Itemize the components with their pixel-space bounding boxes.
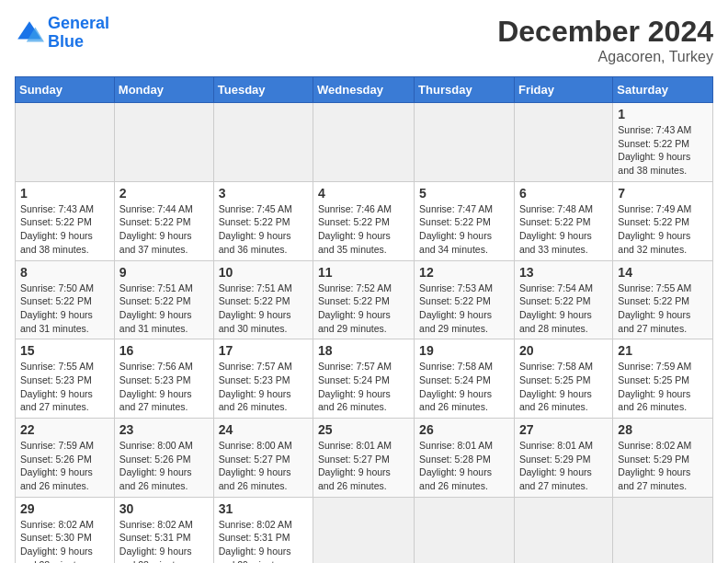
day-number: 14	[618, 265, 708, 280]
logo-icon	[15, 18, 44, 48]
calendar-cell: 3Sunrise: 7:45 AMSunset: 5:22 PMDaylight…	[213, 181, 313, 260]
header-friday: Friday	[514, 77, 612, 103]
day-number: 27	[519, 422, 608, 437]
logo-text: General Blue	[48, 15, 109, 52]
day-number: 10	[219, 265, 308, 280]
calendar-cell	[313, 103, 415, 182]
calendar-week-row: 29Sunrise: 8:02 AMSunset: 5:30 PMDayligh…	[16, 497, 713, 563]
day-number: 28	[618, 422, 708, 437]
calendar-cell	[415, 497, 515, 563]
header-sunday: Sunday	[16, 77, 115, 103]
calendar-cell: 9Sunrise: 7:51 AMSunset: 5:22 PMDaylight…	[114, 260, 213, 339]
day-info: Sunrise: 8:01 AMSunset: 5:28 PMDaylight:…	[419, 439, 509, 493]
calendar-cell: 13Sunrise: 7:54 AMSunset: 5:22 PMDayligh…	[514, 260, 612, 339]
calendar-week-row: 22Sunrise: 7:59 AMSunset: 5:26 PMDayligh…	[16, 419, 713, 498]
calendar-cell: 19Sunrise: 7:58 AMSunset: 5:24 PMDayligh…	[415, 339, 515, 419]
day-info: Sunrise: 7:43 AMSunset: 5:22 PMDaylight:…	[618, 123, 708, 178]
day-number: 29	[20, 501, 109, 516]
calendar-cell: 4Sunrise: 7:46 AMSunset: 5:22 PMDaylight…	[313, 181, 415, 260]
main-title: December 2024	[497, 15, 713, 49]
calendar-cell: 1Sunrise: 7:43 AMSunset: 5:22 PMDaylight…	[613, 103, 713, 182]
calendar-cell	[613, 497, 713, 563]
day-number: 18	[318, 343, 409, 358]
calendar-cell: 1Sunrise: 7:43 AMSunset: 5:22 PMDaylight…	[16, 181, 115, 260]
day-number: 30	[119, 501, 209, 516]
calendar-cell: 10Sunrise: 7:51 AMSunset: 5:22 PMDayligh…	[213, 260, 313, 339]
calendar-cell: 11Sunrise: 7:52 AMSunset: 5:22 PMDayligh…	[313, 260, 415, 339]
day-number: 25	[318, 422, 409, 437]
calendar-cell: 27Sunrise: 8:01 AMSunset: 5:29 PMDayligh…	[514, 419, 612, 498]
calendar-cell: 17Sunrise: 7:57 AMSunset: 5:23 PMDayligh…	[213, 339, 313, 419]
day-info: Sunrise: 8:02 AMSunset: 5:30 PMDaylight:…	[20, 518, 109, 563]
day-info: Sunrise: 7:46 AMSunset: 5:22 PMDaylight:…	[318, 202, 409, 257]
day-info: Sunrise: 7:48 AMSunset: 5:22 PMDaylight:…	[519, 202, 608, 257]
calendar-cell: 30Sunrise: 8:02 AMSunset: 5:31 PMDayligh…	[114, 497, 213, 563]
calendar-cell: 29Sunrise: 8:02 AMSunset: 5:30 PMDayligh…	[16, 497, 115, 563]
calendar-cell: 31Sunrise: 8:02 AMSunset: 5:31 PMDayligh…	[213, 497, 313, 563]
day-info: Sunrise: 8:01 AMSunset: 5:29 PMDaylight:…	[519, 439, 608, 493]
day-info: Sunrise: 8:02 AMSunset: 5:31 PMDaylight:…	[119, 518, 209, 563]
day-number: 15	[20, 343, 109, 358]
calendar-cell	[313, 497, 415, 563]
day-number: 13	[519, 265, 608, 280]
day-number: 1	[20, 186, 109, 201]
calendar-header-row: SundayMondayTuesdayWednesdayThursdayFrid…	[16, 77, 713, 103]
calendar-cell: 24Sunrise: 8:00 AMSunset: 5:27 PMDayligh…	[213, 419, 313, 498]
day-number: 9	[119, 265, 209, 280]
day-info: Sunrise: 7:55 AMSunset: 5:23 PMDaylight:…	[20, 360, 109, 414]
calendar-cell: 22Sunrise: 7:59 AMSunset: 5:26 PMDayligh…	[16, 419, 115, 498]
day-number: 20	[519, 343, 608, 358]
calendar-cell: 8Sunrise: 7:50 AMSunset: 5:22 PMDaylight…	[16, 260, 115, 339]
page-header: General Blue December 2024 Agacoren, Tur…	[15, 15, 713, 65]
day-info: Sunrise: 8:02 AMSunset: 5:31 PMDaylight:…	[219, 518, 308, 563]
day-info: Sunrise: 7:50 AMSunset: 5:22 PMDaylight:…	[20, 282, 109, 336]
day-number: 1	[618, 107, 708, 121]
header-tuesday: Tuesday	[213, 77, 313, 103]
logo-line1: General	[48, 14, 109, 32]
calendar-cell: 7Sunrise: 7:49 AMSunset: 5:22 PMDaylight…	[613, 181, 713, 260]
calendar-cell: 16Sunrise: 7:56 AMSunset: 5:23 PMDayligh…	[114, 339, 213, 419]
day-number: 17	[219, 343, 308, 358]
calendar-table: SundayMondayTuesdayWednesdayThursdayFrid…	[15, 76, 713, 563]
day-number: 23	[119, 422, 209, 437]
subtitle: Agacoren, Turkey	[497, 49, 713, 65]
day-number: 4	[318, 186, 409, 201]
day-info: Sunrise: 7:56 AMSunset: 5:23 PMDaylight:…	[119, 360, 209, 414]
day-number: 24	[219, 422, 308, 437]
day-number: 22	[20, 422, 109, 437]
day-info: Sunrise: 7:59 AMSunset: 5:26 PMDaylight:…	[20, 439, 109, 493]
day-number: 11	[318, 265, 409, 280]
calendar-cell: 28Sunrise: 8:02 AMSunset: 5:29 PMDayligh…	[613, 419, 713, 498]
day-number: 6	[519, 186, 608, 201]
calendar-cell: 15Sunrise: 7:55 AMSunset: 5:23 PMDayligh…	[16, 339, 115, 419]
logo: General Blue	[15, 15, 109, 52]
day-info: Sunrise: 8:02 AMSunset: 5:29 PMDaylight:…	[618, 439, 708, 493]
day-info: Sunrise: 7:45 AMSunset: 5:22 PMDaylight:…	[219, 202, 308, 257]
day-number: 7	[618, 186, 708, 201]
day-info: Sunrise: 7:47 AMSunset: 5:22 PMDaylight:…	[419, 202, 509, 257]
calendar-cell: 14Sunrise: 7:55 AMSunset: 5:22 PMDayligh…	[613, 260, 713, 339]
calendar-cell	[16, 103, 115, 182]
calendar-week-row: 15Sunrise: 7:55 AMSunset: 5:23 PMDayligh…	[16, 339, 713, 419]
calendar-cell: 23Sunrise: 8:00 AMSunset: 5:26 PMDayligh…	[114, 419, 213, 498]
calendar-week-row: 8Sunrise: 7:50 AMSunset: 5:22 PMDaylight…	[16, 260, 713, 339]
day-info: Sunrise: 7:59 AMSunset: 5:25 PMDaylight:…	[618, 360, 708, 414]
header-thursday: Thursday	[415, 77, 515, 103]
day-info: Sunrise: 7:43 AMSunset: 5:22 PMDaylight:…	[20, 202, 109, 257]
calendar-cell: 26Sunrise: 8:01 AMSunset: 5:28 PMDayligh…	[415, 419, 515, 498]
calendar-cell: 21Sunrise: 7:59 AMSunset: 5:25 PMDayligh…	[613, 339, 713, 419]
calendar-cell: 20Sunrise: 7:58 AMSunset: 5:25 PMDayligh…	[514, 339, 612, 419]
day-info: Sunrise: 7:58 AMSunset: 5:24 PMDaylight:…	[419, 360, 509, 414]
calendar-cell: 6Sunrise: 7:48 AMSunset: 5:22 PMDaylight…	[514, 181, 612, 260]
day-info: Sunrise: 7:52 AMSunset: 5:22 PMDaylight:…	[318, 282, 409, 336]
day-number: 3	[219, 186, 308, 201]
day-number: 16	[119, 343, 209, 358]
calendar-cell: 12Sunrise: 7:53 AMSunset: 5:22 PMDayligh…	[415, 260, 515, 339]
calendar-cell: 5Sunrise: 7:47 AMSunset: 5:22 PMDaylight…	[415, 181, 515, 260]
day-info: Sunrise: 7:54 AMSunset: 5:22 PMDaylight:…	[519, 282, 608, 336]
calendar-cell	[114, 103, 213, 182]
logo-line2: Blue	[48, 32, 84, 51]
calendar-cell	[213, 103, 313, 182]
day-number: 19	[419, 343, 509, 358]
calendar-cell	[514, 103, 612, 182]
